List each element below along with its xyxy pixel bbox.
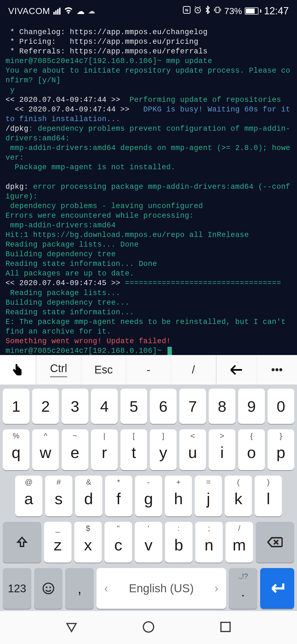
term-line: E: The package mmp-agent needs to be rei… [6, 317, 292, 337]
wifi-icon [64, 6, 73, 16]
term-line: * Changelog: https://app.mmpos.eu/change… [6, 28, 292, 37]
clock-time: 12:47 [264, 5, 289, 17]
key-o[interactable]: {o [238, 429, 265, 470]
svg-rect-8 [221, 622, 230, 631]
key-k[interactable]: (k [225, 476, 252, 516]
key-m[interactable]: /m [226, 522, 253, 563]
nav-recent-button[interactable] [219, 620, 232, 635]
term-line: y [6, 86, 292, 95]
nav-back-button[interactable] [65, 620, 78, 635]
term-line: Reading state information... [6, 308, 292, 317]
key-f[interactable]: *f [105, 476, 132, 516]
key-a[interactable]: @a [15, 476, 42, 516]
svg-text:N: N [185, 8, 188, 12]
backspace-key[interactable] [256, 522, 294, 563]
esc-key-button[interactable]: Esc [81, 355, 126, 384]
term-line: Hit:1 https://bg.download.mmpos.eu/repo … [6, 230, 292, 240]
key-u[interactable]: <u [179, 429, 206, 470]
dash-key-button[interactable]: - [126, 355, 171, 384]
term-line: << 2020.07.04-09:47:45 >> ==============… [6, 279, 292, 288]
period-key[interactable]: .,!? . [229, 568, 257, 609]
key-0[interactable]: 0 [268, 389, 294, 424]
shift-key[interactable] [3, 522, 41, 563]
android-nav-bar [0, 611, 297, 644]
term-line: You are about to initiate repository upd… [6, 66, 292, 85]
key-c[interactable]: "c [105, 522, 132, 563]
space-key[interactable]: ‹ English (US) › [97, 568, 226, 609]
key-e[interactable]: ~e [62, 429, 88, 470]
nav-home-button[interactable] [142, 620, 155, 635]
key-4[interactable]: 4 [91, 389, 118, 424]
vibrate-icon [213, 6, 222, 16]
term-line: Reading package lists... Done [6, 240, 292, 250]
nfc-icon: N [183, 6, 191, 16]
term-line: /dpkg: dependency problems prevent confi… [6, 124, 292, 143]
battery-icon [245, 7, 261, 15]
back-arrow-button[interactable] [216, 355, 257, 384]
kb-row-a: @a #s &d *f -g +h =j (k )l [3, 476, 294, 516]
battery-percent: 73% [224, 6, 242, 16]
touch-mode-button[interactable] [0, 355, 36, 384]
comma-key[interactable]: , [65, 568, 94, 609]
term-prompt: miner@7085c20e14c7[192.168.0.106]~ [6, 346, 292, 356]
term-line: mmp-addin-drivers:amd64 [6, 221, 292, 230]
key-3[interactable]: 3 [62, 389, 88, 424]
key-l[interactable]: )l [255, 476, 282, 516]
mode-switch-key[interactable]: 123 [3, 568, 31, 609]
key-g[interactable]: -g [135, 476, 162, 516]
key-y[interactable]: ]y [150, 429, 177, 470]
soft-keyboard: 1 2 3 4 5 6 7 8 9 0 %q ^w ~e |r [t ]y <u… [0, 385, 297, 611]
term-line: * Pricing: https://app.mmpos.eu/pricing [6, 37, 292, 47]
key-h[interactable]: +h [165, 476, 192, 516]
key-i[interactable]: >i [209, 429, 235, 470]
key-t[interactable]: [t [120, 429, 147, 470]
cloud-icon-2: ☁ [88, 7, 95, 15]
svg-point-7 [143, 622, 154, 632]
key-q[interactable]: %q [3, 429, 29, 470]
term-line: All packages are up to date. [6, 269, 292, 279]
status-bar: VIVACOM ☁ ☁ N 73% 12:47 [0, 0, 297, 22]
emoji-key[interactable] [34, 568, 63, 609]
key-p[interactable]: }p [268, 429, 294, 470]
term-line: Building dependency tree [6, 250, 292, 259]
kb-row-numbers: 1 2 3 4 5 6 7 8 9 0 [3, 389, 294, 424]
term-line: dpkg: error processing package mmp-addin… [6, 182, 292, 201]
terminal-output[interactable]: * Changelog: https://app.mmpos.eu/change… [0, 22, 297, 359]
key-n[interactable]: ;n [195, 522, 223, 563]
key-9[interactable]: 9 [238, 389, 265, 424]
term-line: Package mmp-agent is not installed. [6, 163, 292, 172]
key-v[interactable]: 'v [135, 522, 162, 563]
term-line: Errors were encountered while processing… [6, 211, 292, 221]
key-w[interactable]: ^w [32, 429, 59, 470]
key-1[interactable]: 1 [3, 389, 29, 424]
carrier-label: VIVACOM [8, 6, 50, 16]
key-d[interactable]: &d [75, 476, 102, 516]
term-line: * Referrals: https://app.mmpos.eu/referr… [6, 47, 292, 56]
enter-key[interactable] [260, 568, 294, 609]
signal-icon [53, 8, 61, 15]
term-line: << 2020.07.04-09:47:44 >> Performing upd… [6, 95, 292, 105]
cloud-icon: ☁ [76, 6, 85, 16]
key-z[interactable]: _z [44, 522, 72, 563]
kb-row-bottom: 123 , ‹ English (US) › .,!? . [3, 568, 294, 609]
svg-point-4 [43, 583, 53, 594]
term-prompt: miner@7085c20e14c7[192.168.0.106]~ mmp u… [6, 56, 292, 66]
key-8[interactable]: 8 [209, 389, 235, 424]
key-b[interactable]: :b [165, 522, 193, 563]
key-6[interactable]: 6 [150, 389, 177, 424]
slash-key-button[interactable]: / [171, 355, 216, 384]
key-x[interactable]: $x [74, 522, 102, 563]
key-j[interactable]: =j [195, 476, 222, 516]
more-button[interactable]: ••• [257, 355, 297, 384]
svg-rect-3 [216, 7, 219, 13]
key-s[interactable]: #s [45, 476, 72, 516]
key-r[interactable]: |r [91, 429, 118, 470]
kb-row-q: %q ^w ~e |r [t ]y <u >i {o }p [3, 429, 294, 470]
key-7[interactable]: 7 [179, 389, 206, 424]
key-5[interactable]: 5 [120, 389, 147, 424]
bluetooth-icon [205, 6, 211, 16]
term-error: Something went wrong! Update failed! [6, 337, 292, 346]
key-2[interactable]: 2 [32, 389, 59, 424]
ctrl-key-button[interactable]: Ctrl [36, 355, 81, 384]
svg-point-6 [49, 586, 51, 588]
